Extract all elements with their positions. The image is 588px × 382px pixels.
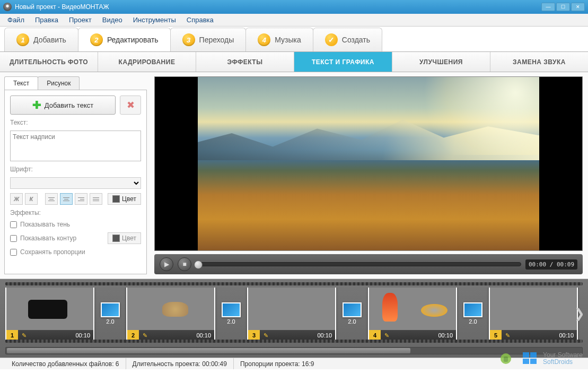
shadow-checkbox-row[interactable]: Показывать тень [10,221,141,228]
clip-edit-button[interactable]: ✎ [381,330,392,340]
add-text-button[interactable]: ✚Добавить текст [10,96,116,115]
subtab-enhance[interactable]: УЛУЧШЕНИЯ [392,52,490,72]
transition-thumb[interactable] [222,302,241,317]
timeline-scroll-thumb[interactable] [7,348,410,353]
clip-thumbnail [369,288,456,330]
clip-edit-button[interactable]: ✎ [260,330,271,340]
filmstrip-bottom [5,340,583,343]
clip-duration: 00:10 [317,332,335,338]
status-aspect-label: Пропорции проекта: [240,360,300,368]
svg-rect-2 [523,352,529,358]
text-color-button[interactable]: Цвет [108,193,141,205]
menu-project[interactable]: Проект [65,15,96,25]
clip-5[interactable]: 5✎00:10 [489,288,578,340]
clip-duration: 00:10 [438,332,456,338]
subtab-text-graphics[interactable]: ТЕКСТ И ГРАФИКА [294,52,392,72]
wizard-edit[interactable]: 2Редактировать [78,28,171,51]
transition-3: 2.0 [341,302,363,325]
menu-help[interactable]: Справка [182,15,218,25]
transition-thumb[interactable] [343,302,362,317]
clip-thumbnail [248,288,335,330]
menu-edit[interactable]: Правка [31,15,63,25]
minimize-button[interactable]: — [541,3,555,11]
lptab-text[interactable]: Текст [4,76,38,90]
outline-color-button[interactable]: Цвет [108,232,141,244]
transition-thumb[interactable] [463,302,482,317]
preview-frame-image [198,77,540,250]
delete-icon: ✖ [127,99,135,111]
color-swatch-icon [112,195,120,203]
wizard-add[interactable]: 1Добавить [4,28,78,51]
subtab-audio[interactable]: ЗАМЕНА ЗВУКА [490,52,588,72]
clip-number: 4 [369,330,381,340]
align-right-button[interactable] [75,193,87,205]
maximize-button[interactable]: ☐ [556,3,570,11]
step-3-icon: 3 [182,33,195,46]
align-left-button[interactable] [45,193,58,205]
align-center-button[interactable] [60,193,73,205]
transition-thumb[interactable] [101,302,120,317]
clip-3[interactable]: 3✎00:10 [247,288,336,340]
clip-2[interactable]: 2✎00:10 [126,288,215,340]
timeline: 1✎00:102.02✎00:102.03✎00:102.04✎00:102.0… [0,279,588,358]
video-preview[interactable] [154,76,583,251]
wizard-create-label: Создать [342,36,370,44]
wizard-transitions-label: Переходы [199,36,234,44]
delete-text-button[interactable]: ✖ [120,96,141,115]
keep-ratio-row[interactable]: Сохранять пропорции [10,248,141,256]
subtab-effects[interactable]: ЭФФЕКТЫ [196,52,294,72]
italic-button[interactable]: К [25,193,38,205]
play-button[interactable]: ▶ [160,257,173,271]
add-text-label: Добавить текст [45,101,93,109]
watermark: Your SoftwareSoftDroids [501,350,583,367]
transition-duration: 2.0 [469,318,477,325]
svg-rect-4 [523,359,529,364]
menu-video[interactable]: Видео [98,15,127,25]
clip-thumbnail [127,288,214,330]
clip-duration: 00:10 [559,332,577,338]
keep-ratio-label: Сохранять пропорции [20,248,85,256]
keep-ratio-checkbox[interactable] [10,249,17,256]
timeline-scrollbar[interactable] [5,347,583,354]
wizard-create[interactable]: ✓Создать [313,28,382,51]
outline-color-label: Цвет [122,235,136,242]
clip-4[interactable]: 4✎00:10 [368,288,457,340]
text-panel: Текст Рисунок ✚Добавить текст ✖ Текст: Ш… [0,72,151,279]
step-2-icon: 2 [90,33,103,46]
clip-1[interactable]: 1✎00:10 [5,288,94,340]
align-justify-button[interactable] [90,193,102,205]
status-files-label: Количество добавленных файлов: [12,360,113,368]
caption-textarea[interactable] [10,131,141,161]
check-icon: ✓ [325,33,338,46]
step-4-icon: 4 [258,33,270,46]
statusbar: Количество добавленных файлов: 6 Длитель… [0,358,588,369]
menu-tools[interactable]: Инструменты [129,15,180,25]
clip-edit-button[interactable]: ✎ [139,330,151,340]
clip-edit-button[interactable]: ✎ [502,330,513,340]
outline-checkbox[interactable] [10,235,17,242]
shadow-checkbox[interactable] [10,221,17,228]
font-select[interactable] [10,177,141,189]
seek-knob[interactable] [194,261,203,269]
timeline-next-button[interactable]: ❯ [574,306,583,321]
menu-file[interactable]: Файл [3,15,29,25]
svg-rect-1 [504,357,508,362]
bold-button[interactable]: Ж [10,193,23,205]
svg-rect-5 [530,359,537,364]
lptab-image[interactable]: Рисунок [38,76,80,90]
clip-duration: 00:10 [75,332,93,338]
svg-rect-3 [530,352,537,358]
status-length-label: Длительность проекта: [133,360,200,368]
subtab-crop[interactable]: КАДРИРОВАНИЕ [98,52,196,72]
seek-bar[interactable] [196,262,521,266]
stop-button[interactable]: ■ [178,257,191,271]
close-button[interactable]: ✕ [571,3,585,11]
clips-row: 1✎00:102.02✎00:102.03✎00:102.04✎00:102.0… [5,288,583,340]
subtab-duration[interactable]: ДЛИТЕЛЬНОСТЬ ФОТО [0,52,98,72]
wizard-music[interactable]: 4Музыка [245,28,313,51]
wizard-transitions[interactable]: 3Переходы [170,28,247,51]
play-icon: ▶ [164,261,169,268]
menubar: Файл Правка Проект Видео Инструменты Спр… [0,14,588,27]
status-length-value: 00:00:49 [202,360,227,368]
clip-edit-button[interactable]: ✎ [18,330,30,340]
